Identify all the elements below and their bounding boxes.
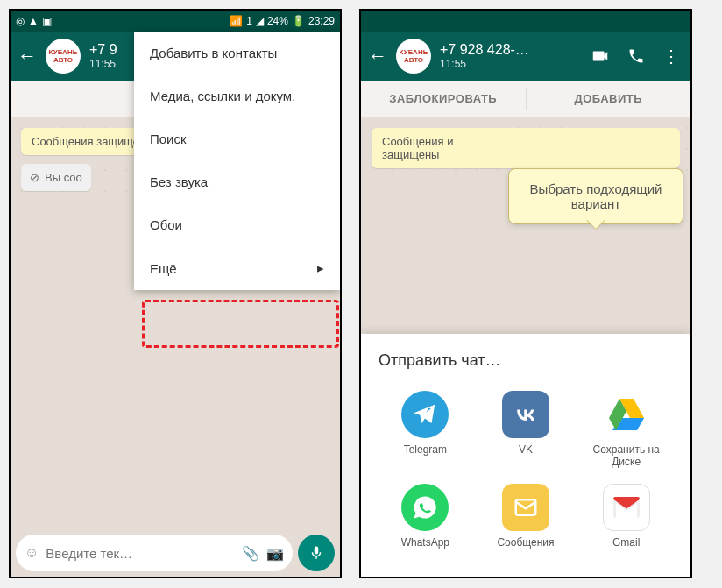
- chat-title[interactable]: +7 928 428-… 11:55: [440, 42, 582, 70]
- menu-search[interactable]: Поиск: [134, 117, 340, 160]
- message-input-container: ☺ 📎 📷: [16, 535, 293, 571]
- status-bar: [361, 11, 690, 32]
- voice-call-icon[interactable]: [627, 47, 645, 65]
- last-seen: 11:55: [440, 58, 582, 70]
- app-bar-actions: ⋮: [591, 46, 683, 67]
- share-sms[interactable]: Сообщения: [479, 484, 573, 549]
- status-right: 📶1◢ 24%🔋23:29: [230, 15, 335, 27]
- app-bar: ← КУБАНЬ АВТО +7 928 428-… 11:55 ⋮: [361, 32, 690, 81]
- avatar[interactable]: КУБАНЬ АВТО: [46, 39, 81, 74]
- avatar[interactable]: КУБАНЬ АВТО: [396, 39, 431, 74]
- telegram-icon: [401, 391, 449, 438]
- chevron-right-icon: ▸: [317, 260, 324, 276]
- input-bar: ☺ 📎 📷: [11, 529, 340, 577]
- action-bar: ЗАБЛОКИРОВАТЬ ДОБАВИТЬ: [361, 81, 690, 117]
- block-button[interactable]: ЗАБЛОКИРОВАТЬ: [361, 81, 526, 117]
- messages-icon: [502, 484, 549, 531]
- drive-icon: [603, 391, 650, 438]
- more-icon[interactable]: ⋮: [662, 46, 680, 67]
- share-telegram[interactable]: Telegram: [379, 391, 472, 468]
- message-input[interactable]: [46, 546, 235, 561]
- gmail-icon: [603, 484, 650, 531]
- video-call-icon[interactable]: [591, 46, 610, 66]
- share-sheet: Отправить чат… Telegram VK Сохранить на …: [361, 334, 690, 577]
- menu-add-contact[interactable]: Добавить в контакты: [134, 32, 340, 74]
- phone-left: ◎▲▣ 📶1◢ 24%🔋23:29 ← КУБАНЬ АВТО +7 9 11:…: [9, 9, 342, 578]
- mic-button[interactable]: [298, 535, 335, 571]
- attach-icon[interactable]: 📎: [242, 545, 259, 562]
- vk-icon: [502, 391, 549, 438]
- menu-mute[interactable]: Без звука: [134, 160, 340, 203]
- system-message: ⊘ Вы соо: [21, 164, 91, 191]
- share-vk[interactable]: VK: [479, 391, 573, 468]
- share-title: Отправить чат…: [372, 348, 680, 384]
- phone-number: +7 928 428-…: [440, 42, 582, 58]
- encryption-notice: Сообщения изащищены: [372, 128, 680, 168]
- annotation-callout: Выбрать подходящий вариант: [508, 168, 683, 224]
- highlight-box: [142, 300, 339, 348]
- share-grid: Telegram VK Сохранить на Диске WhatsApp: [372, 384, 680, 556]
- menu-media[interactable]: Медиа, ссылки и докум.: [134, 74, 340, 117]
- share-gmail[interactable]: Gmail: [579, 484, 673, 549]
- dropdown-menu: Добавить в контакты Медиа, ссылки и доку…: [134, 32, 340, 290]
- share-drive[interactable]: Сохранить на Диске: [579, 391, 673, 468]
- menu-more[interactable]: Ещё ▸: [134, 246, 340, 290]
- block-icon: ⊘: [30, 171, 39, 184]
- status-left: ◎▲▣: [16, 15, 52, 27]
- phone-right: ← КУБАНЬ АВТО +7 928 428-… 11:55 ⋮ ЗАБЛО…: [359, 9, 692, 578]
- emoji-icon[interactable]: ☺: [25, 545, 39, 561]
- menu-wallpaper[interactable]: Обои: [134, 203, 340, 246]
- mic-icon: [308, 545, 324, 561]
- whatsapp-icon: [401, 484, 449, 531]
- back-icon[interactable]: ←: [18, 45, 37, 67]
- camera-icon[interactable]: 📷: [266, 545, 284, 562]
- add-button[interactable]: ДОБАВИТЬ: [527, 81, 691, 117]
- back-icon[interactable]: ←: [368, 45, 387, 67]
- share-whatsapp[interactable]: WhatsApp: [379, 484, 472, 549]
- status-bar: ◎▲▣ 📶1◢ 24%🔋23:29: [11, 11, 340, 32]
